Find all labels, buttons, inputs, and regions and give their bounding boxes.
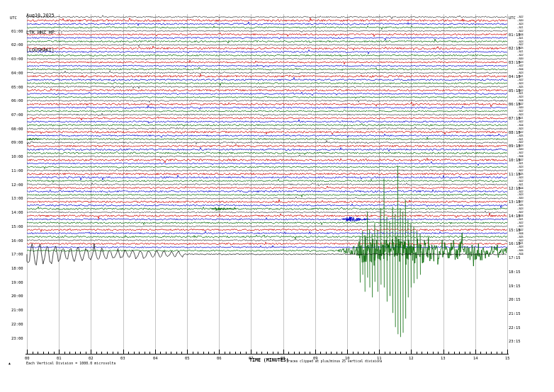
left-time-label: 07:00	[11, 113, 23, 117]
trace-offset-value: -344	[517, 99, 524, 102]
trace-offset-value: -342	[517, 158, 524, 161]
trace-offset-value: -342	[517, 103, 524, 105]
x-axis-tick-label: 13	[441, 356, 446, 361]
right-time-label: 23:15	[509, 339, 521, 344]
left-time-label: 08:00	[11, 127, 23, 132]
trace-offset-value: -342	[517, 54, 524, 57]
header-date: Aug10,2025	[26, 13, 63, 18]
x-axis-tick-label: 01	[57, 356, 62, 361]
x-axis-tick-label: 04	[153, 356, 158, 361]
trace-offset-value: -343	[517, 113, 524, 116]
left-time-label: 02:00	[11, 42, 23, 47]
trace-offset-value: -343	[517, 225, 524, 228]
trace-offset-value: -345	[517, 204, 524, 207]
left-time-label: 05:00	[11, 85, 23, 90]
trace-offset-value: -346	[517, 249, 524, 252]
x-axis-title: TIME (MINUTES)	[249, 357, 289, 363]
x-axis-tick-label: 06	[217, 356, 222, 361]
right-time-label: 20:15	[509, 297, 521, 302]
trace-offset-value: -342	[517, 211, 524, 214]
header-station-channel: LTK HHZ HP --	[26, 30, 63, 35]
trace-offset-value: -342	[517, 64, 524, 67]
trace-offset-value: -342	[517, 110, 524, 113]
trace-offset-value: -342	[517, 180, 524, 183]
trace-offset-value: -340	[517, 57, 524, 60]
trace-offset-value: -345	[517, 134, 524, 137]
trace-offset-value: -345	[517, 47, 524, 50]
left-time-label: 19:00	[11, 280, 23, 285]
trace-offset-value: -344	[517, 124, 524, 127]
trace-offset-value: -342	[517, 79, 524, 81]
trace-offset-value: -342	[517, 141, 524, 144]
trace-offset-value: -344	[517, 214, 524, 217]
trace-offset-value: -341	[517, 37, 524, 40]
trace-offset-value: -341	[517, 26, 524, 29]
trace-offset-value: -342	[517, 229, 524, 231]
trace-offset-value: -343	[517, 127, 524, 130]
trace-offset-value: -341	[517, 183, 524, 186]
trace-offset-value: -341	[517, 242, 524, 245]
right-time-label: 17:15	[509, 255, 521, 260]
x-axis-tick-label: 14	[473, 356, 478, 361]
trace-offset-value: -342	[517, 169, 524, 172]
x-axis-clip-note: Traces clipped at plus/minus 25 vertical…	[286, 359, 382, 363]
right-time-label: 22:15	[509, 325, 521, 330]
helicorder-screen: Aug10,2025 LTK HHZ HP -- (LOUTRAKI) UTCU…	[0, 0, 554, 392]
left-time-label: 11:00	[11, 168, 23, 173]
trace-offset-value: -342	[517, 239, 524, 242]
x-axis-tick-label: 05	[185, 356, 190, 361]
x-axis-tick-label: 15	[505, 356, 510, 361]
trace-offset-value: -342	[517, 43, 524, 46]
header-block: Aug10,2025 LTK HHZ HP -- (LOUTRAKI)	[26, 1, 63, 65]
trace-offset-value: -343	[517, 82, 524, 85]
trace-offset-value: -342	[517, 89, 524, 92]
left-time-label: 13:00	[11, 196, 23, 201]
footer-marker-icon: ▲	[9, 362, 11, 365]
x-axis-tick-label: 02	[89, 356, 94, 361]
trace-offset-value: -341	[517, 162, 524, 165]
utc-label-right: UTC	[509, 16, 516, 21]
trace-offset-value: -342	[517, 131, 524, 134]
trace-offset-value: -340	[517, 148, 524, 151]
trace-offset-value: -341	[517, 50, 524, 53]
trace-offset-value: -343	[517, 23, 524, 25]
trace-offset-value: -341	[517, 92, 524, 95]
trace-offset-value: -343	[517, 246, 524, 248]
left-time-label: 18:00	[11, 266, 23, 271]
trace-offset-value: -343	[517, 40, 524, 43]
right-time-label: 21:15	[509, 311, 521, 316]
trace-offset-value: -342	[517, 120, 524, 123]
left-time-label: 20:00	[11, 294, 23, 299]
trace-offset-value: -345	[517, 173, 524, 175]
right-time-label: 18:15	[509, 270, 521, 275]
left-time-label: 10:00	[11, 154, 23, 159]
x-axis-tick-label: 12	[409, 356, 414, 361]
left-time-label: 22:00	[11, 322, 23, 327]
trace-offset-value: -342	[517, 221, 524, 224]
trace-offset-value: -344	[517, 232, 524, 235]
trace-offset-value: -344	[517, 187, 524, 190]
trace-offset-value: -345	[517, 236, 524, 238]
trace-offset-value: -341	[517, 138, 524, 141]
trace-offset-value: -341	[517, 75, 524, 78]
left-time-label: 16:00	[11, 238, 23, 243]
trace-offset-value: -340	[517, 19, 524, 22]
trace-offset-value: -343	[517, 96, 524, 98]
left-time-label: 04:00	[11, 71, 23, 76]
left-time-label: 23:00	[11, 336, 23, 341]
header-station-name: (LOUTRAKI)	[26, 47, 63, 53]
helicorder-canvas	[0, 0, 554, 392]
left-time-label: 17:00	[11, 252, 23, 257]
trace-offset-value: -342	[517, 190, 524, 193]
trace-offset-value: -340	[517, 106, 524, 109]
trace-offset-value: -342	[517, 200, 524, 203]
left-time-label: 12:00	[11, 183, 23, 188]
trace-offset-value: -340	[517, 197, 524, 200]
left-time-label: 03:00	[11, 57, 23, 62]
trace-offset-value: -343	[517, 166, 524, 168]
left-time-label: 06:00	[11, 98, 23, 103]
x-axis-tick-label: 00	[25, 356, 30, 361]
left-time-label: 21:00	[11, 308, 23, 313]
right-time-label: 19:15	[509, 284, 521, 289]
left-time-label: 01:00	[11, 29, 23, 34]
